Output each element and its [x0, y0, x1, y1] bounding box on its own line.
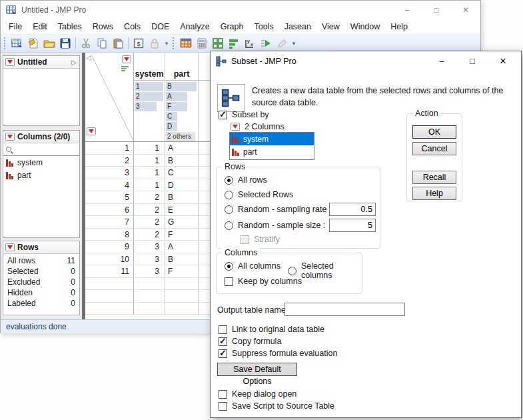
cell-system[interactable]: 2 — [134, 216, 165, 229]
dollar-panel-icon[interactable]: $ — [131, 35, 147, 51]
new-journal-icon[interactable] — [25, 35, 41, 51]
grid-corner[interactable]: ◁ — [85, 53, 134, 142]
cell-part[interactable]: A — [165, 241, 199, 253]
dialog-maximize-button[interactable]: □ — [457, 51, 488, 71]
cell-part[interactable]: A — [165, 142, 199, 155]
cell-system[interactable]: 1 — [134, 142, 165, 155]
maximize-button[interactable]: □ — [422, 1, 451, 19]
rows-panel-header[interactable]: Rows — [3, 241, 79, 254]
save-script-checkbox[interactable] — [219, 402, 227, 411]
subset-by-checkbox[interactable] — [219, 111, 227, 119]
disclosure-icon[interactable]: ▷ — [71, 59, 77, 66]
summary-bar[interactable]: B — [166, 82, 197, 91]
red-triangle-menu-icon[interactable] — [122, 55, 131, 63]
table-row[interactable]: 93A — [85, 241, 213, 253]
table-panel-header[interactable]: Untitled ▷ — [3, 56, 79, 69]
main-titlebar[interactable]: Untitled - JMP Pro – □ ✕ — [1, 1, 480, 19]
cell-part[interactable]: G — [165, 216, 199, 229]
listbox-item-system[interactable]: system — [230, 133, 314, 145]
collapse-left-icon[interactable]: ◁ — [86, 54, 91, 61]
menu-jasean[interactable]: Jasean — [279, 19, 316, 34]
sample-size-input[interactable] — [329, 219, 376, 232]
summary-bar[interactable]: D — [166, 122, 177, 131]
calculator-icon[interactable] — [194, 35, 210, 51]
summary-bar[interactable]: 2 — [135, 92, 163, 101]
output-table-name-input[interactable] — [284, 303, 405, 316]
menu-cols[interactable]: Cols — [119, 19, 146, 34]
column-header-label[interactable]: part — [165, 67, 198, 81]
summary-bar[interactable]: 3 — [135, 102, 157, 111]
suppress-formula-option[interactable]: Suppress formula evaluation — [219, 349, 337, 358]
table-row[interactable]: 82F — [85, 229, 213, 241]
selected-columns-radio[interactable] — [288, 267, 296, 275]
lock-icon[interactable] — [147, 35, 163, 51]
keep-dialog-open-checkbox[interactable] — [219, 390, 227, 399]
all-columns-radio[interactable] — [225, 262, 233, 271]
table-row[interactable]: 62E — [85, 204, 213, 217]
sidebar-column-part[interactable]: part — [3, 169, 79, 181]
cell-system[interactable]: 2 — [134, 204, 165, 217]
menu-file[interactable]: File — [3, 19, 27, 34]
column-header-part[interactable]: part B A F C D 2 others — [165, 53, 199, 142]
cell-system[interactable]: 2 — [134, 191, 165, 204]
close-button[interactable]: ✕ — [451, 1, 480, 19]
dialog-minimize-button[interactable]: – — [426, 51, 457, 71]
minimize-button[interactable]: – — [392, 1, 422, 19]
menu-window[interactable]: Window — [345, 19, 385, 34]
suppress-formula-checkbox[interactable] — [219, 349, 227, 358]
table-row[interactable]: 52B — [85, 191, 213, 204]
link-original-checkbox[interactable] — [219, 325, 227, 334]
menu-tools[interactable]: Tools — [249, 19, 278, 34]
table-row[interactable]: 11A — [85, 142, 213, 155]
toolbar-overflow-icon[interactable]: ▾ — [163, 35, 171, 51]
menu-edit[interactable]: Edit — [27, 19, 53, 34]
columns-dropdown[interactable]: 2 Columns — [231, 122, 284, 131]
red-triangle-menu-icon[interactable] — [5, 58, 15, 66]
save-default-options-button[interactable]: Save Default Options — [217, 363, 297, 376]
table-row[interactable]: 113F — [85, 265, 213, 278]
dialog-titlebar[interactable]: Subset - JMP Pro – □ ✕ — [211, 51, 521, 71]
selected-rows-radio[interactable] — [225, 191, 233, 199]
row-number[interactable]: 1 — [85, 142, 134, 155]
copy-formula-option[interactable]: Copy formula — [219, 337, 281, 346]
menu-analyze[interactable]: Analyze — [175, 19, 215, 34]
cell-part[interactable]: E — [165, 204, 199, 217]
cell-part[interactable]: D — [165, 179, 199, 192]
row-number[interactable]: 7 — [85, 216, 134, 229]
cell-part[interactable]: B — [165, 253, 199, 266]
menu-view[interactable]: View — [316, 19, 345, 34]
summary-bar[interactable]: 1 — [135, 82, 163, 91]
row-number[interactable]: 11 — [85, 265, 134, 278]
cell-part[interactable]: B — [165, 191, 199, 204]
sort-bars-icon[interactable] — [121, 66, 129, 73]
table-row[interactable]: 21B — [85, 155, 213, 167]
cell-system[interactable]: 1 — [134, 167, 165, 179]
sampling-rate-input[interactable] — [329, 203, 376, 216]
toolbar-grip[interactable] — [173, 37, 176, 49]
selected-rows-option[interactable]: Selected Rows — [225, 190, 293, 199]
link-original-option[interactable]: Link to original data table — [219, 325, 324, 334]
cell-system[interactable]: 1 — [134, 179, 165, 192]
cell-system[interactable]: 2 — [134, 229, 165, 241]
cell-part[interactable]: C — [165, 167, 199, 179]
red-triangle-menu-icon[interactable] — [5, 243, 15, 251]
edit-icon[interactable] — [274, 35, 290, 51]
red-triangle-menu-icon[interactable] — [231, 123, 240, 131]
red-triangle-menu-icon[interactable] — [87, 127, 96, 135]
column-header-label[interactable]: system — [134, 67, 165, 81]
random-size-radio[interactable] — [225, 221, 233, 230]
menu-rows[interactable]: Rows — [87, 19, 119, 34]
summary-bar-others[interactable]: 2 others — [166, 132, 195, 141]
row-number[interactable]: 9 — [85, 241, 134, 253]
keep-by-columns-checkbox[interactable] — [225, 277, 233, 286]
keep-dialog-open-option[interactable]: Keep dialog open — [219, 389, 296, 399]
ok-button[interactable]: OK — [412, 125, 456, 139]
dialog-close-button[interactable]: ✕ — [488, 51, 518, 71]
all-columns-option[interactable]: All columns — [225, 261, 280, 271]
menu-graph[interactable]: Graph — [215, 19, 249, 34]
cell-system[interactable]: 3 — [134, 265, 165, 278]
subset-by-option[interactable]: Subset by — [219, 110, 269, 119]
subset-columns-listbox[interactable]: system part — [229, 132, 314, 160]
row-number[interactable]: 4 — [85, 179, 134, 192]
cell-system[interactable]: 1 — [134, 155, 165, 167]
